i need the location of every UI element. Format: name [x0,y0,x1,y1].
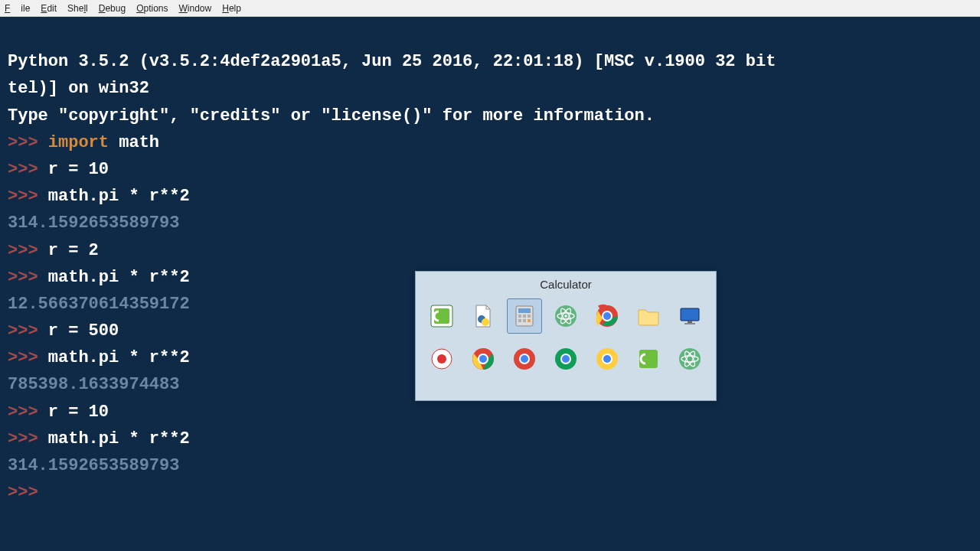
svg-point-38 [603,355,611,363]
svg-rect-8 [528,315,531,318]
svg-rect-6 [518,315,521,318]
menu-window[interactable]: Window [179,3,212,14]
recorder-icon [430,347,454,371]
svg-rect-39 [639,350,658,368]
svg-rect-22 [684,323,695,324]
camtasia-icon [636,347,661,371]
shell-banner-line: tel)] on win32 [8,79,149,98]
atom-icon [678,347,702,371]
python-file-icon [471,304,495,328]
app-tile-chrome[interactable] [548,341,583,377]
prompt: >>> [8,429,48,448]
shell-banner-line: Type "copyright", "credits" or "license(… [8,106,655,126]
code-text: math.pi * r**2 [48,268,190,287]
prompt: >>> [8,348,48,367]
code-text: r = 10 [48,403,109,422]
prompt: >>> [8,268,48,287]
prompt: >>> [8,133,48,152]
app-tile-atom[interactable] [548,298,583,334]
svg-rect-21 [688,321,692,323]
app-tile-chrome[interactable] [507,341,542,377]
chrome-icon [512,347,537,371]
svg-point-16 [564,315,567,318]
svg-point-40 [679,348,701,370]
app-tile-chrome[interactable] [466,341,501,377]
switcher-title: Calculator [416,272,716,295]
app-tile-recorder[interactable] [424,341,459,377]
camtasia-icon [430,304,454,328]
prompt: >>> [8,321,48,341]
menu-options[interactable]: Options [136,3,168,14]
svg-point-24 [437,354,446,364]
code-text: math [109,133,159,152]
chrome-icon [595,347,619,371]
svg-rect-7 [523,315,526,318]
svg-rect-11 [528,319,531,322]
keyword-import: import [48,133,109,152]
desktop-icon [678,304,702,328]
prompt: >>> [8,160,48,179]
menu-bar: File Edit Shell Debug Options Window Hel… [0,0,980,17]
app-tile-calculator[interactable] [507,298,542,334]
svg-rect-5 [518,308,531,313]
menu-help[interactable]: Help [222,3,241,14]
svg-rect-9 [518,319,521,322]
menu-shell[interactable]: Shell [67,3,88,14]
code-text: math.pi * r**2 [48,348,190,367]
output-value: 314.1592653589793 [8,456,179,475]
chrome-icon [471,347,495,371]
svg-point-3 [482,318,489,326]
menu-debug[interactable]: Debug [99,3,126,14]
prompt: >>> [8,483,48,502]
code-text: math.pi * r**2 [48,429,190,448]
output-value: 785398.1633974483 [8,375,179,394]
svg-rect-10 [523,319,526,322]
svg-point-29 [479,355,487,363]
switcher-grid [416,295,716,384]
svg-point-32 [521,355,528,363]
code-text: r = 500 [48,321,119,341]
folder-icon [636,304,661,328]
atom-icon [554,304,578,328]
app-tile-python-file[interactable] [466,298,501,334]
app-tile-chrome[interactable] [590,298,625,334]
code-text: r = 2 [48,241,99,260]
chrome-icon [595,304,619,328]
code-text: r = 10 [48,160,109,179]
prompt: >>> [8,187,48,206]
menu-file[interactable]: File [5,3,30,14]
chrome-icon [554,347,578,371]
svg-point-35 [562,355,570,363]
prompt: >>> [8,403,48,422]
shell-banner-line: Python 3.5.2 (v3.5.2:4def2a2901a5, Jun 2… [8,52,776,71]
output-value: 12.566370614359172 [8,295,190,314]
alt-tab-switcher: Calculator [415,271,717,401]
prompt: >>> [8,241,48,260]
svg-rect-1 [434,308,449,324]
code-text: math.pi * r**2 [48,187,190,206]
svg-rect-20 [681,308,699,321]
app-tile-folder[interactable] [631,298,666,334]
app-tile-desktop[interactable] [672,298,707,334]
svg-point-19 [603,312,611,320]
output-value: 314.1592653589793 [8,214,179,233]
app-tile-camtasia[interactable] [424,298,459,334]
app-tile-atom[interactable] [672,341,707,377]
app-tile-chrome[interactable] [590,341,625,377]
menu-edit[interactable]: Edit [41,3,57,14]
app-tile-camtasia[interactable] [631,341,666,377]
calculator-icon [512,304,537,328]
